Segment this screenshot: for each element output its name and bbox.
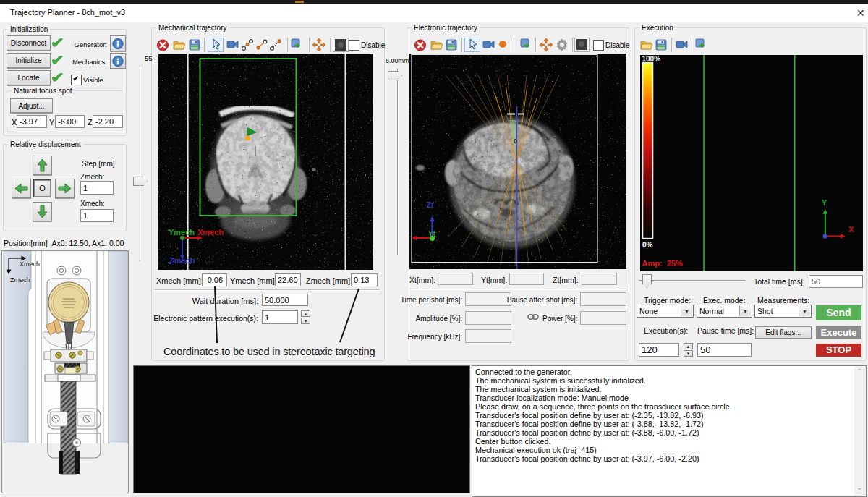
svg-text:0%: 0% [642, 241, 653, 249]
svg-text:Xmech: Xmech [197, 228, 224, 237]
svg-text:Amp: 25%: Amp: 25% [642, 259, 683, 268]
svg-text:100%: 100% [642, 55, 661, 63]
svg-text:Y: Y [822, 198, 827, 207]
svg-text:0: 0 [514, 137, 517, 145]
svg-text:X: X [848, 225, 854, 234]
svg-text:Zmech: Zmech [10, 276, 30, 284]
svg-text:Xmech: Xmech [20, 260, 40, 268]
svg-text:Zt: Zt [427, 201, 434, 209]
svg-text:Ymech: Ymech [169, 228, 195, 237]
